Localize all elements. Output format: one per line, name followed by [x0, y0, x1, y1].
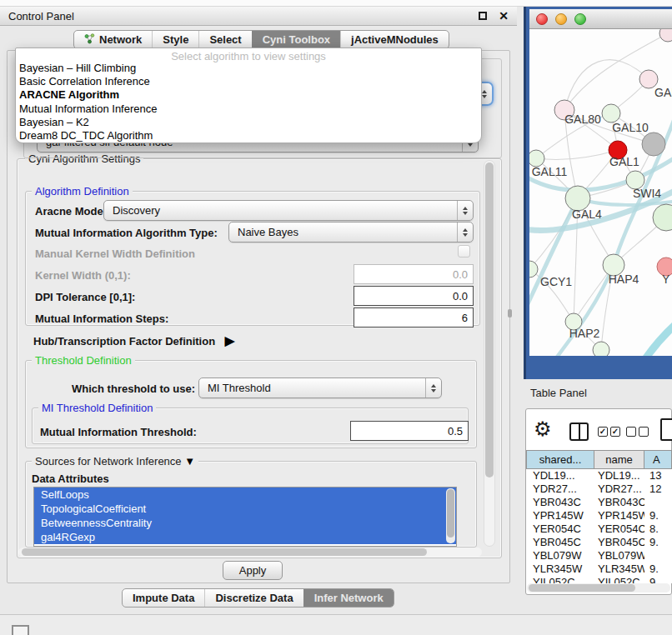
top-strip [0, 0, 672, 7]
table-cell: YIL052C [594, 576, 644, 583]
algorithm-option-dream8-dc-tdc-algorithm[interactable]: Dream8 DC_TDC Algorithm [16, 129, 481, 142]
mi-steps-field[interactable]: 6 [354, 308, 474, 328]
tab-network[interactable]: Network [74, 31, 152, 48]
manual-kernel-width-checkbox[interactable] [458, 245, 470, 258]
table-cell: YER054C [526, 522, 594, 536]
combo-stepper-icon [457, 201, 473, 220]
splitpane-handle[interactable] [508, 309, 512, 318]
which-threshold-label: Which threshold to use: [72, 382, 195, 395]
algorithm-option-bayesian-k2[interactable]: Bayesian – K2 [16, 116, 481, 129]
table-row[interactable]: YDL19...YDL19...13 [526, 469, 672, 482]
table-cell: YBR045C [594, 536, 644, 549]
list-scrollbar[interactable] [446, 488, 455, 543]
network-node-gal11[interactable] [529, 150, 544, 167]
scrollbar-thumb[interactable] [22, 548, 427, 556]
maximize-traffic-light-icon[interactable] [574, 13, 586, 25]
table-row[interactable]: YBL079WYBL079W [526, 549, 672, 562]
network-canvas[interactable]: GALGAL80GAL10GAL1GAL11SWI4GAL4GCY1HAP4YH… [529, 29, 672, 356]
tab-style[interactable]: Style [152, 31, 198, 48]
close-icon[interactable]: ✕ [499, 12, 509, 20]
kernel-width-field[interactable]: 0.0 [354, 264, 474, 284]
collapsed-panel-icon[interactable] [12, 625, 29, 635]
network-node-label: HAP4 [609, 272, 639, 286]
data-attribute-item-topologicalcoefficient[interactable]: TopologicalCoefficient [34, 502, 456, 516]
dpi-tolerance-field[interactable]: 0.0 [354, 286, 474, 306]
scrollbar-thumb[interactable] [485, 162, 494, 478]
column-header-name[interactable]: name [594, 450, 644, 469]
table-row[interactable]: YIL052CYIL052C9 [526, 576, 672, 583]
which-threshold-combobox[interactable]: MI Threshold [198, 378, 442, 398]
column-header-shared-name[interactable]: shared... [526, 450, 594, 469]
tab-discretize-data[interactable]: Discretize Data [204, 589, 303, 607]
network-node-label: GAL11 [532, 165, 568, 178]
table-row[interactable]: YBR045CYBR045C9. [526, 536, 672, 549]
algorithm-option-basic-correlation-inference[interactable]: Basic Correlation Inference [16, 75, 481, 88]
combo-stepper-icon [457, 222, 473, 242]
table-horizontal-scrollbar[interactable] [527, 583, 670, 592]
table-cell: YER054C [594, 522, 644, 536]
network-node-gal10[interactable] [602, 104, 620, 122]
table-row[interactable]: YLR345WYLR345W9. [526, 562, 672, 576]
network-node[interactable] [659, 29, 672, 42]
data-attribute-item-betweennesscentrality[interactable]: BetweennessCentrality [34, 516, 456, 530]
network-node-label: GCY1 [540, 275, 572, 288]
table-panel-title: Table Panel [530, 387, 587, 399]
table-cell: 9. [644, 562, 672, 576]
table-row[interactable]: YDR27...YDR27...12 [526, 482, 672, 496]
data-attribute-item-selfloops[interactable]: SelfLoops [34, 488, 456, 502]
tab-cyni-toolbox[interactable]: Cyni Toolbox [252, 31, 340, 48]
close-traffic-light-icon[interactable] [536, 13, 548, 25]
table-cell: YDR27... [594, 482, 644, 496]
float-icon[interactable] [479, 12, 487, 20]
table-cell: YDL19... [594, 469, 644, 482]
apply-button[interactable]: Apply [223, 561, 283, 580]
column-header-partial[interactable]: A [644, 450, 672, 469]
aracne-mode-combobox[interactable]: Discovery [103, 200, 474, 221]
hub-definition-toggle[interactable]: Hub/Transcription Factor Definition ▶ [33, 333, 234, 348]
unchecked-checkbox-icon [626, 427, 636, 437]
aracne-mode-value: Discovery [113, 204, 160, 217]
columns-icon[interactable] [569, 422, 589, 441]
tab-select[interactable]: Select [198, 31, 251, 48]
network-graph[interactable]: GALGAL80GAL10GAL1GAL11SWI4GAL4GCY1HAP4YH… [529, 29, 672, 356]
data-attributes-list[interactable]: SelfLoopsTopologicalCoefficientBetweenne… [33, 487, 457, 547]
algorithm-option-mutual-information-inference[interactable]: Mutual Information Inference [16, 102, 481, 116]
table-cell: YPR145W [594, 509, 644, 522]
tab-impute-data[interactable]: Impute Data [123, 589, 204, 607]
table-row[interactable]: YER054CYER054C8. [526, 522, 672, 536]
new-table-icon[interactable] [660, 418, 672, 441]
algorithm-option-bayesian-hill-climbing[interactable]: Bayesian – Hill Climbing [16, 62, 481, 75]
mi-threshold-field[interactable]: 0.5 [350, 421, 469, 441]
select-all-columns-button[interactable]: ✓ ✓ [598, 427, 620, 437]
settings-vertical-scrollbar[interactable] [484, 160, 495, 547]
mi-algorithm-type-combobox[interactable]: Naive Bayes [228, 222, 474, 242]
chevron-right-icon[interactable]: ▶ [225, 333, 235, 348]
network-window-titlebar[interactable] [529, 9, 672, 29]
deselect-all-columns-button[interactable] [626, 427, 649, 437]
minimize-traffic-light-icon[interactable] [555, 13, 567, 25]
scrollbar-thumb[interactable] [529, 584, 635, 592]
network-node-label: Y [662, 272, 670, 286]
tab-label: Impute Data [133, 592, 194, 604]
tab-jactivemnodules[interactable]: jActiveMNodules [340, 31, 449, 48]
table-row[interactable]: YBR043CYBR043C [526, 496, 672, 509]
data-attribute-item-gal4rgexp[interactable]: gal4RGexp [34, 530, 456, 544]
chevron-down-icon[interactable]: ▼ [184, 455, 195, 468]
settings-horizontal-scrollbar[interactable] [18, 548, 482, 557]
table-cell: YBL079W [526, 549, 594, 562]
sources-toggle[interactable]: Sources for Network Inference ▼ [32, 455, 198, 468]
mi-threshold-label: Mutual Information Threshold: [40, 426, 197, 438]
table-row[interactable]: YPR145WYPR145W9. [526, 509, 672, 522]
status-strip [0, 614, 672, 635]
table-body[interactable]: YDL19...YDL19...13YDR27...YDR27...12YBR0… [526, 469, 672, 583]
tab-label: Discretize Data [215, 592, 293, 604]
table-cell: YBL079W [594, 549, 644, 562]
control-panel-titlebar: Control Panel ✕ [0, 7, 517, 26]
tab-infer-network[interactable]: Infer Network [303, 589, 394, 607]
algorithm-option-aracne-algorithm[interactable]: ARACNE Algorithm [16, 88, 481, 102]
gear-icon[interactable]: ⚙ [534, 419, 552, 439]
table-cell: YBR043C [594, 496, 644, 509]
network-node[interactable] [593, 342, 609, 356]
network-node[interactable] [642, 132, 665, 156]
network-node-label: SWI4 [633, 187, 661, 200]
